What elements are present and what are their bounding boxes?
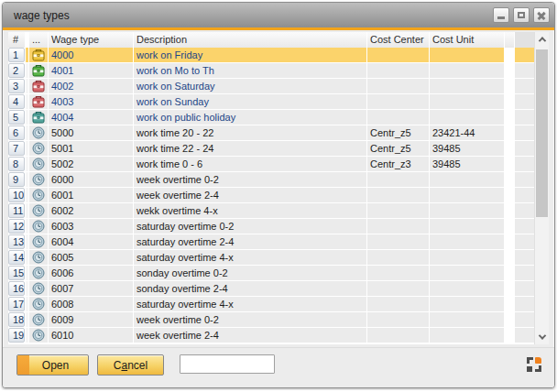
wage-type-cell[interactable]: 4001 (49, 63, 133, 78)
table-row[interactable]: 6 5000 work time 20 - 22 Centr_z5 23421-… (8, 125, 536, 140)
cost-center-cell[interactable]: Centr_z3 (367, 157, 429, 171)
row-number-cell[interactable]: 7 (8, 141, 25, 156)
wage-type-cell[interactable]: 4000 (49, 48, 133, 62)
row-number-cell[interactable]: 14 (8, 250, 25, 265)
table-row[interactable]: 19 6010 week overtime 2-4 (8, 328, 536, 343)
table-row[interactable]: 7 5001 work time 22 - 24 Centr_z5 39485 (8, 141, 536, 156)
table-row[interactable]: 12 6003 saturday overtime 0-2 (8, 219, 536, 234)
wage-type-cell[interactable]: 6003 (49, 219, 133, 234)
table-row[interactable]: 2 4001 work on Mo to Th (8, 63, 536, 78)
cost-center-cell[interactable] (367, 63, 429, 78)
titlebar[interactable]: wage types (3, 3, 554, 27)
description-cell[interactable]: wekk overtime 4-x (134, 203, 366, 218)
table-row[interactable]: 14 6005 saturday overtime 4-x (8, 250, 536, 265)
cancel-button[interactable]: Cancel (97, 354, 164, 376)
minimize-button[interactable] (493, 7, 509, 23)
description-cell[interactable]: work time 22 - 24 (134, 141, 366, 156)
wage-type-cell[interactable]: 4004 (49, 110, 133, 125)
wage-type-cell[interactable]: 6004 (49, 234, 133, 249)
cost-center-cell[interactable] (367, 281, 429, 296)
wage-type-cell[interactable]: 5000 (49, 125, 133, 140)
description-cell[interactable]: work on Mo to Th (134, 63, 366, 78)
cost-center-cell[interactable] (367, 172, 429, 187)
cost-center-cell[interactable] (367, 234, 429, 249)
maximize-button[interactable] (513, 7, 530, 23)
description-cell[interactable]: work time 0 - 6 (134, 157, 366, 171)
cost-unit-cell[interactable] (430, 297, 504, 311)
row-number-cell[interactable]: 1 (8, 48, 25, 62)
table-row[interactable]: 10 6001 week overtime 2-4 (8, 188, 536, 202)
wage-type-cell[interactable]: 4003 (49, 94, 133, 109)
description-cell[interactable]: work on public holiday (134, 110, 366, 125)
wage-type-cell[interactable]: 6001 (49, 188, 133, 202)
cost-unit-cell[interactable] (430, 79, 504, 93)
cost-unit-cell[interactable] (430, 110, 504, 125)
description-cell[interactable]: sonday overtime 0-2 (134, 266, 366, 280)
table-row[interactable]: 13 6004 saturday overtime 2-4 (8, 234, 536, 249)
wage-type-cell[interactable]: 6007 (49, 281, 133, 296)
header-icon[interactable]: ... (29, 32, 48, 48)
table-row[interactable]: 4 4003 work on Sunday (8, 94, 536, 109)
header-wage-type[interactable]: Wage type (49, 32, 133, 48)
description-cell[interactable]: week overtime 0-2 (134, 312, 366, 327)
table-row[interactable]: 9 6000 week overtime 0-2 (8, 172, 536, 187)
description-cell[interactable]: work on Saturday (134, 79, 366, 93)
cost-center-cell[interactable] (367, 188, 429, 202)
cost-unit-cell[interactable] (430, 219, 504, 234)
wage-type-cell[interactable]: 6008 (49, 297, 133, 311)
row-number-cell[interactable]: 10 (8, 188, 25, 202)
table-row[interactable]: 8 5002 work time 0 - 6 Centr_z3 39485 (8, 157, 536, 171)
table-row[interactable]: 15 6006 sonday overtime 0-2 (8, 266, 536, 280)
row-number-cell[interactable]: 15 (8, 266, 25, 280)
cost-unit-cell[interactable]: 23421-44 (430, 125, 504, 140)
cost-center-cell[interactable]: Centr_z5 (367, 125, 429, 140)
header-cost-center[interactable]: Cost Center (367, 32, 429, 48)
vertical-scrollbar[interactable] (534, 32, 549, 344)
cost-unit-cell[interactable] (430, 48, 504, 62)
row-number-cell[interactable]: 4 (8, 94, 25, 109)
description-cell[interactable]: work on Sunday (134, 94, 366, 109)
table-row[interactable]: 11 6002 wekk overtime 4-x (8, 203, 536, 218)
description-cell[interactable]: week overtime 2-4 (134, 188, 366, 202)
row-number-cell[interactable]: 12 (8, 219, 25, 234)
row-number-cell[interactable]: 18 (8, 312, 25, 327)
cost-unit-cell[interactable] (430, 250, 504, 265)
cost-center-cell[interactable] (367, 297, 429, 311)
cost-unit-cell[interactable] (430, 312, 504, 327)
description-cell[interactable]: saturday overtime 2-4 (134, 234, 366, 249)
cost-center-cell[interactable] (367, 328, 429, 343)
wage-type-cell[interactable]: 5002 (49, 157, 133, 171)
header-row-number[interactable]: # (8, 32, 25, 48)
cost-center-cell[interactable] (367, 312, 429, 327)
close-button[interactable] (533, 7, 550, 23)
row-number-cell[interactable]: 11 (8, 203, 25, 218)
resize-grip-icon[interactable] (527, 357, 542, 373)
scroll-up-button[interactable] (535, 32, 550, 47)
header-description[interactable]: Description (134, 32, 366, 48)
row-number-cell[interactable]: 16 (8, 281, 25, 296)
description-cell[interactable]: week overtime 2-4 (134, 328, 366, 343)
cost-center-cell[interactable] (367, 79, 429, 93)
row-number-cell[interactable]: 13 (8, 234, 25, 249)
description-cell[interactable]: saturday overtime 4-x (134, 250, 366, 265)
row-number-cell[interactable]: 5 (8, 110, 25, 125)
row-number-cell[interactable]: 2 (8, 63, 25, 78)
cost-center-cell[interactable] (367, 48, 429, 62)
cost-center-cell[interactable]: Centr_z5 (367, 141, 429, 156)
wage-type-cell[interactable]: 6000 (49, 172, 133, 187)
cost-center-cell[interactable] (367, 266, 429, 280)
row-number-cell[interactable]: 9 (8, 172, 25, 187)
table-row[interactable]: 18 6009 week overtime 0-2 (8, 312, 536, 327)
cost-unit-cell[interactable] (430, 234, 504, 249)
cost-unit-cell[interactable] (430, 63, 504, 78)
description-cell[interactable]: sonday overtime 2-4 (134, 281, 366, 296)
wage-type-cell[interactable]: 6005 (49, 250, 133, 265)
header-cost-unit[interactable]: Cost Unit (430, 32, 504, 48)
cost-unit-cell[interactable]: 39485 (430, 157, 504, 171)
description-cell[interactable]: week overtime 0-2 (134, 172, 366, 187)
cost-unit-cell[interactable] (430, 188, 504, 202)
wage-type-cell[interactable]: 6009 (49, 312, 133, 327)
scrollbar-thumb[interactable] (536, 49, 548, 217)
description-cell[interactable]: work on Friday (134, 48, 366, 62)
wage-type-cell[interactable]: 6006 (49, 266, 133, 280)
